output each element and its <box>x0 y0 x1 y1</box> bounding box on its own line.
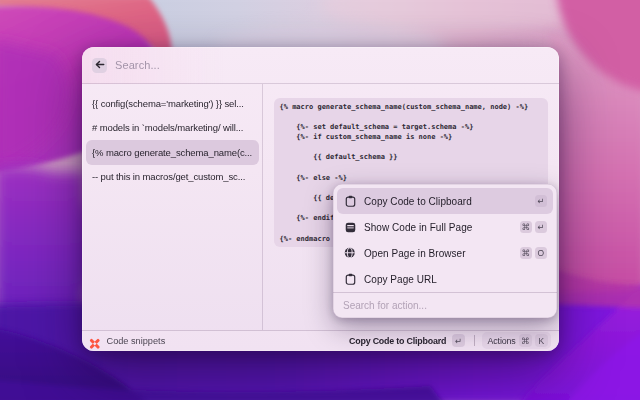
list-item[interactable]: {{ config(schema='marketing') }} sel... <box>86 91 259 116</box>
main-content: {{ config(schema='marketing') }} sel... … <box>82 84 559 330</box>
clipboard-icon <box>344 273 356 285</box>
menu-item-open-browser[interactable]: Open Page in Browser ⌘ O <box>337 240 553 266</box>
bottom-bar-right: Copy Code to Clipboard ↵ Actions ⌘ K <box>349 332 551 349</box>
actions-button[interactable]: Actions ⌘ K <box>482 332 551 349</box>
key-k: K <box>535 334 547 347</box>
key-cmd: ⌘ <box>519 334 532 347</box>
clipboard-icon <box>344 195 356 207</box>
action-search-input[interactable]: Search for action... <box>333 292 557 318</box>
key-return: ↵ <box>535 195 548 207</box>
list-item[interactable]: -- put this in macros/get_custom_sc... <box>86 165 259 190</box>
shortcut-keys: ⌘ O <box>520 247 548 259</box>
key-cmd: ⌘ <box>520 221 533 233</box>
window-icon <box>344 221 356 233</box>
key-return: ↵ <box>452 334 464 347</box>
list-item-label: {{ config(schema='marketing') }} sel... <box>92 98 244 109</box>
bar-divider <box>474 335 475 346</box>
action-search-placeholder: Search for action... <box>343 300 427 311</box>
dbt-logo-icon <box>89 335 101 347</box>
menu-item-label: Copy Code to Clipboard <box>364 196 535 207</box>
snippet-list: {{ config(schema='marketing') }} sel... … <box>82 84 263 330</box>
search-header: Search... <box>82 47 559 84</box>
actions-menu: Copy Code to Clipboard ↵ Show Code in Fu… <box>333 184 557 318</box>
list-item[interactable]: # models in `models/marketing/ will... <box>86 116 259 141</box>
extension-name: Code snippets <box>107 336 166 346</box>
menu-item-copy-code[interactable]: Copy Code to Clipboard ↵ <box>337 188 553 214</box>
back-arrow-icon <box>95 60 105 70</box>
menu-item-copy-url[interactable]: Copy Page URL <box>337 266 553 292</box>
bottom-bar: Code snippets Copy Code to Clipboard ↵ A… <box>82 330 559 352</box>
shortcut-keys: ⌘ ↵ <box>520 221 548 233</box>
actions-button-label: Actions <box>488 336 516 346</box>
primary-action-button[interactable]: Copy Code to Clipboard <box>349 336 446 346</box>
list-item-label: -- put this in macros/get_custom_sc... <box>92 171 245 182</box>
menu-item-show-code[interactable]: Show Code in Full Page ⌘ ↵ <box>337 214 553 240</box>
menu-item-label: Open Page in Browser <box>364 248 520 259</box>
actions-menu-rows: Copy Code to Clipboard ↵ Show Code in Fu… <box>333 184 557 292</box>
launcher-window: Search... {{ config(schema='marketing') … <box>82 47 559 351</box>
shortcut-keys: ↵ <box>535 195 548 207</box>
key-o: O <box>535 247 548 259</box>
list-item-label: # models in `models/marketing/ will... <box>92 122 243 133</box>
search-input[interactable]: Search... <box>115 59 160 71</box>
key-cmd: ⌘ <box>520 247 533 259</box>
menu-item-label: Show Code in Full Page <box>364 222 520 233</box>
list-item-label: {% macro generate_schema_name(c... <box>92 147 252 158</box>
globe-icon <box>344 247 356 259</box>
menu-item-label: Copy Page URL <box>364 274 547 285</box>
key-return: ↵ <box>535 221 548 233</box>
back-button[interactable] <box>92 58 107 73</box>
list-item-selected[interactable]: {% macro generate_schema_name(c... <box>86 140 259 165</box>
